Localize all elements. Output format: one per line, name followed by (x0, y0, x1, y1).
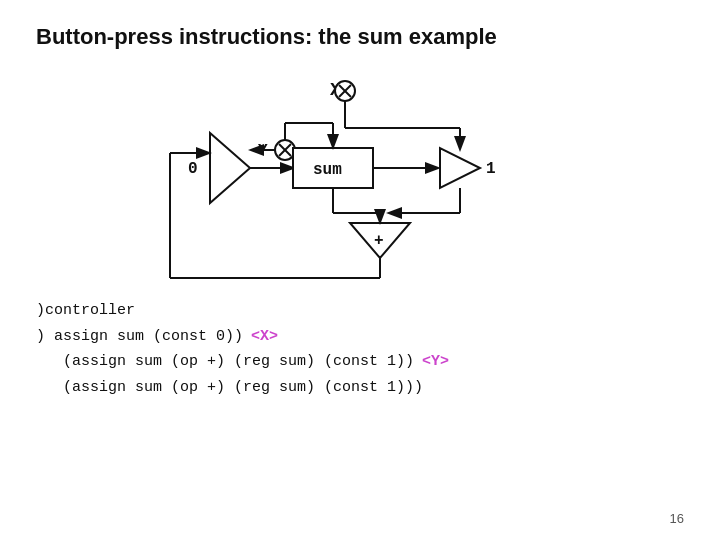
code-line-3: (assign sum (op +) (reg sum) (const 1)) … (36, 349, 684, 375)
code-section: )controller ) assign sum (const 0)) <X> … (36, 298, 684, 400)
code-line-3-prefix: (assign sum (op +) (reg sum) (const 1)) (36, 349, 414, 375)
code-line-2-prefix: ) assign sum (const 0)) (36, 324, 243, 350)
svg-marker-3 (210, 133, 250, 203)
code-line-4: (assign sum (op +) (reg sum) (const 1))) (36, 375, 684, 401)
sum-label: sum (313, 161, 342, 179)
page-title: Button-press instructions: the sum examp… (36, 24, 684, 50)
code-line-2: ) assign sum (const 0)) <X> (36, 324, 684, 350)
svg-marker-9 (440, 148, 480, 188)
plus-label: + (374, 232, 384, 250)
code-line-1-text: )controller (36, 298, 135, 324)
mux0-label: 0 (188, 160, 198, 178)
code-line-2-suffix: <X> (251, 324, 278, 350)
code-line-1: )controller (36, 298, 684, 324)
code-line-4-text: (assign sum (op +) (reg sum) (const 1))) (36, 375, 423, 401)
mux1-label: 1 (486, 160, 496, 178)
page-number: 16 (670, 511, 684, 526)
diagram: X 0 Y sum 1 (130, 68, 590, 288)
page: Button-press instructions: the sum examp… (0, 0, 720, 540)
code-line-3-suffix: <Y> (422, 349, 449, 375)
